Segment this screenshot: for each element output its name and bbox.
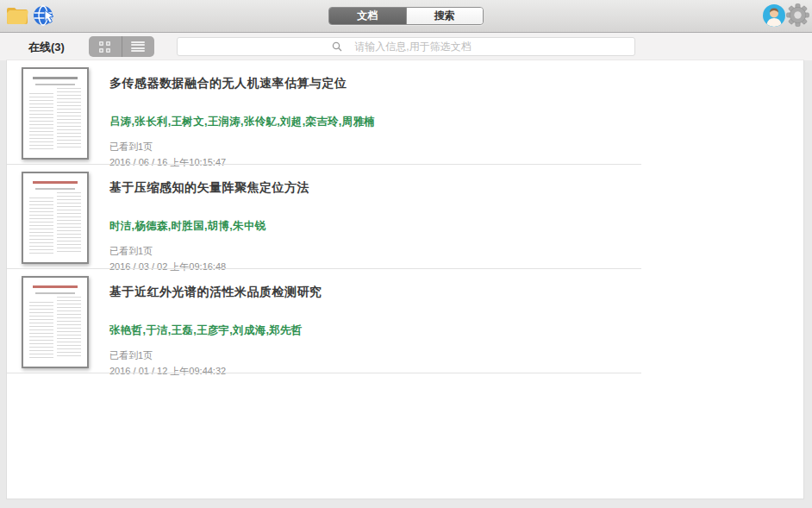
filter-bar: 在线(3)	[0, 33, 812, 60]
document-authors: 时洁,杨德森,时胜国,胡博,朱中锐	[109, 219, 309, 234]
search-input[interactable]	[178, 38, 634, 55]
app-window: 文档 搜索	[0, 0, 812, 508]
grid-view-button[interactable]	[89, 36, 122, 57]
list-view-button[interactable]	[122, 36, 155, 57]
document-list-item[interactable]: 基于近红外光谱的活性米品质检测研究 张艳哲,于洁,王磊,王彦宇,刘成海,郑先哲 …	[7, 269, 803, 373]
read-progress: 已看到1页	[109, 349, 322, 362]
document-thumbnail[interactable]	[22, 67, 89, 160]
view-mode-toggle	[89, 36, 154, 57]
list-icon	[131, 41, 145, 53]
document-thumbnail[interactable]	[22, 276, 89, 368]
read-progress: 已看到1页	[109, 141, 375, 154]
toolbar: 文档 搜索	[0, 0, 812, 33]
document-title: 基于近红外光谱的活性米品质检测研究	[109, 285, 322, 300]
document-info: 基于压缩感知的矢量阵聚焦定位方法 时洁,杨德森,时胜国,胡博,朱中锐 已看到1页…	[109, 165, 309, 273]
last-read-timestamp: 2016 / 01 / 12 上午09:44:32	[109, 365, 322, 378]
cloud-sync-icon[interactable]	[32, 3, 57, 32]
document-info: 多传感器数据融合的无人机速率估算与定位 吕涛,张长利,王树文,王润涛,张伶鳦,刘…	[109, 60, 375, 169]
grid-icon	[99, 41, 110, 53]
user-avatar[interactable]	[762, 3, 786, 31]
tab-documents[interactable]: 文档	[329, 8, 406, 24]
document-authors: 吕涛,张长利,王树文,王润涛,张伶鳦,刘超,栾吉玲,周雅楠	[109, 115, 375, 129]
settings-gear-icon[interactable]	[785, 3, 810, 31]
document-title: 基于压缩感知的矢量阵聚焦定位方法	[109, 180, 309, 196]
document-title: 多传感器数据融合的无人机速率估算与定位	[109, 76, 375, 91]
tab-search[interactable]: 搜索	[406, 8, 484, 24]
document-thumbnail[interactable]	[22, 172, 89, 264]
document-authors: 张艳哲,于洁,王磊,王彦宇,刘成海,郑先哲	[109, 323, 322, 338]
document-list-item[interactable]: 多传感器数据融合的无人机速率估算与定位 吕涛,张长利,王树文,王润涛,张伶鳦,刘…	[7, 60, 803, 165]
document-info: 基于近红外光谱的活性米品质检测研究 张艳哲,于洁,王磊,王彦宇,刘成海,郑先哲 …	[109, 269, 322, 378]
read-progress: 已看到1页	[109, 245, 309, 258]
document-list-item[interactable]: 基于压缩感知的矢量阵聚焦定位方法 时洁,杨德森,时胜国,胡博,朱中锐 已看到1页…	[7, 165, 803, 269]
open-folder-icon[interactable]	[6, 6, 28, 29]
main-tabs: 文档 搜索	[328, 7, 484, 25]
search-box	[177, 37, 635, 56]
document-list: 多传感器数据融合的无人机速率估算与定位 吕涛,张长利,王树文,王润涛,张伶鳦,刘…	[7, 60, 803, 499]
online-count-label: 在线(3)	[28, 40, 65, 55]
